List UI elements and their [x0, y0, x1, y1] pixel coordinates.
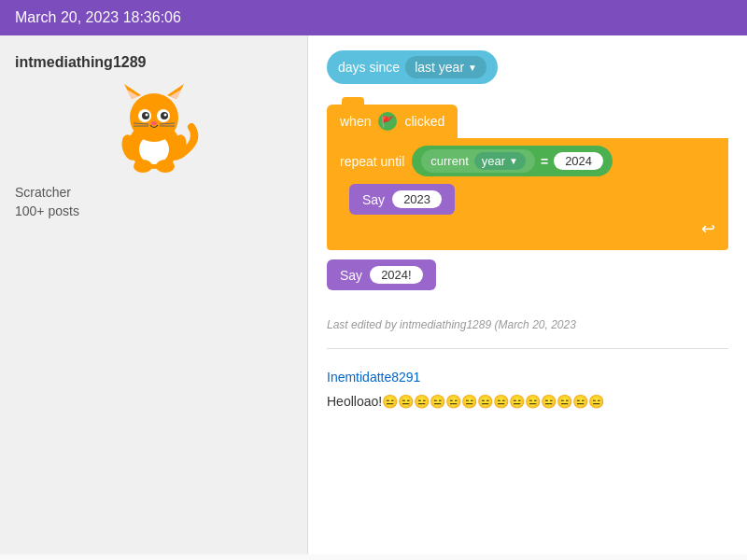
say-label-2: Say — [340, 268, 362, 283]
say-block-2-container: Say 2024! — [327, 259, 728, 290]
avatar — [107, 80, 201, 174]
say-label-1: Say — [362, 192, 385, 207]
when-clicked-block: when 🚩 clicked — [327, 105, 458, 138]
year-label: year — [482, 154, 505, 168]
repeat-until-block: repeat until current year ▼ = — [327, 138, 728, 250]
svg-point-2 — [130, 93, 178, 142]
timestamp: March 20, 2023 18:36:06 — [15, 9, 181, 25]
svg-point-20 — [134, 160, 152, 173]
user-posts: 100+ posts — [15, 203, 79, 218]
user-role: Scratcher — [15, 185, 71, 200]
header-bar: March 20, 2023 18:36:06 — [0, 0, 747, 35]
last-edited-text: Last edited by intmediathing1289 (March … — [327, 318, 728, 331]
svg-point-21 — [156, 160, 175, 173]
main-layout: intmediathing1289 — [0, 35, 747, 554]
repeat-until-header: repeat until current year ▼ = — [334, 138, 721, 184]
last-year-dropdown[interactable]: last year ▼ — [405, 56, 486, 78]
repeat-until-label: repeat until — [340, 154, 404, 169]
username: intmediathing1289 — [15, 54, 146, 71]
current-label: current — [430, 154, 468, 168]
year-dropdown[interactable]: year ▼ — [474, 152, 526, 170]
content-area: days since last year ▼ when 🚩 clicked — [308, 35, 747, 554]
say-block-2: Say 2024! — [327, 259, 436, 290]
year-value-2024: 2024 — [554, 152, 603, 170]
svg-point-12 — [163, 114, 166, 117]
days-since-container: days since last year ▼ — [327, 50, 498, 84]
svg-point-13 — [151, 121, 157, 125]
last-year-label: last year — [415, 60, 464, 75]
clicked-label: clicked — [404, 114, 444, 129]
reply-username[interactable]: Inemtidatte8291 — [327, 370, 728, 385]
say-value-1: 2023 — [392, 190, 442, 208]
scratch-blocks: days since last year ▼ when 🚩 clicked — [327, 50, 728, 409]
days-since-label: days since — [338, 60, 400, 75]
equals-sign: = — [541, 154, 548, 169]
when-label: when — [340, 114, 371, 129]
svg-point-11 — [145, 114, 148, 117]
avatar-container — [15, 80, 292, 174]
say-block-1: Say 2023 — [349, 184, 455, 215]
repeat-condition: current year ▼ = 2024 — [412, 146, 613, 176]
sidebar: intmediathing1289 — [0, 35, 308, 554]
condition-inner: current year ▼ — [421, 149, 535, 173]
days-since-block: days since last year ▼ — [327, 50, 728, 84]
say-value-2: 2024! — [370, 266, 423, 284]
dropdown-arrow-icon: ▼ — [468, 63, 477, 73]
say-block-1-container: Say 2023 — [349, 184, 721, 215]
year-dropdown-arrow-icon: ▼ — [509, 156, 518, 166]
repeat-body: Say 2023 — [349, 184, 721, 215]
divider — [327, 348, 728, 349]
flag-icon: 🚩 — [378, 112, 397, 131]
when-clicked-section: when 🚩 clicked repeat until current — [327, 105, 728, 250]
reply-text: Heolloao!😑😑😑😑😑😑😑😑😑😑😑😑😑😑 — [327, 394, 728, 409]
loop-arrow: ↩ — [334, 215, 721, 243]
